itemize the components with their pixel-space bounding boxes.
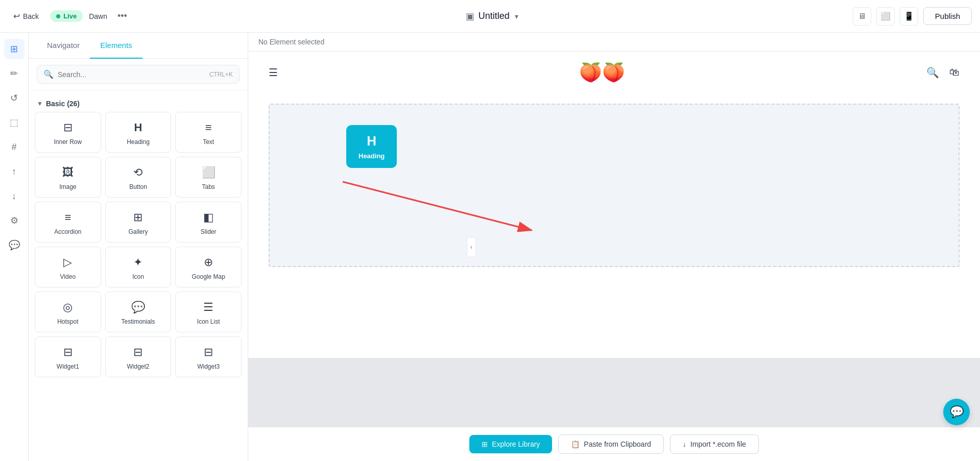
rail-grid[interactable]: # [4, 137, 25, 157]
search-input[interactable] [58, 70, 205, 79]
cart-icon: 🛍 [949, 66, 960, 79]
search-box: 🔍 CTRL+K [37, 65, 240, 84]
desktop-view-button[interactable]: 🖥 [853, 7, 871, 26]
paste-clipboard-button[interactable]: 📋 Paste from Clipboard [558, 434, 664, 454]
element-slider[interactable]: ◧ Slider [175, 202, 242, 242]
element-accordion[interactable]: ≡ Accordion [35, 202, 101, 242]
nav-icons: 🔍 🛍 [926, 66, 960, 79]
element-widget2[interactable]: ⊟ Widget2 [105, 336, 172, 377]
element-google-map[interactable]: ⊕ Google Map [175, 247, 242, 287]
more-button[interactable]: ••• [113, 9, 131, 23]
tab-elements[interactable]: Elements [90, 33, 142, 59]
chat-bubble-icon: 💬 [950, 405, 964, 419]
back-label: Back [23, 12, 39, 20]
heading-block[interactable]: H Heading [346, 125, 397, 168]
element-button-label: Button [129, 183, 147, 190]
page-title-chevron-icon[interactable]: ▾ [515, 12, 518, 20]
icon-icon: ✦ [133, 256, 142, 269]
no-element-label: No Element selected [258, 38, 324, 46]
element-icon-label: Icon [132, 273, 144, 280]
element-accordion-label: Accordion [54, 228, 81, 235]
canvas-page: ☰ 🍑🍑 🔍 🛍 H Heading [248, 52, 980, 358]
rail-download[interactable]: ↓ [4, 186, 25, 206]
element-tabs-label: Tabs [202, 183, 214, 190]
design-icon: ✏ [10, 68, 18, 79]
search-nav-icon: 🔍 [926, 66, 939, 79]
tablet-icon: ⬜ [880, 11, 891, 21]
element-inner-row-label: Inner Row [54, 138, 82, 145]
explore-library-button[interactable]: ⊞ Explore Library [469, 435, 552, 453]
panel-collapse-button[interactable]: ‹ [467, 237, 476, 257]
slider-icon: ◧ [203, 211, 214, 224]
icon-rail: ⊞ ✏ ↺ ⬚ # ↑ ↓ ⚙ 💬 [0, 33, 29, 461]
element-video-label: Video [60, 273, 76, 280]
rail-chat[interactable]: 💬 [4, 235, 25, 255]
layout-icon: ⬚ [10, 117, 18, 128]
element-inner-row[interactable]: ⊟ Inner Row [35, 112, 101, 153]
element-widget3[interactable]: ⊟ Widget3 [175, 336, 242, 377]
element-button[interactable]: ⟲ Button [105, 157, 172, 198]
tab-navigator[interactable]: Navigator [37, 33, 90, 59]
element-image[interactable]: 🖼 Image [35, 157, 101, 198]
google-map-icon: ⊕ [204, 256, 213, 269]
settings-icon: ⚙ [10, 215, 18, 226]
topbar: ↩ Back Live Dawn ••• ▣ Untitled ▾ 🖥 ⬜ 📱 … [0, 0, 980, 33]
element-google-map-label: Google Map [192, 273, 225, 280]
rail-elements[interactable]: ⊞ [4, 39, 25, 59]
canvas-topbar: No Element selected [248, 33, 980, 52]
element-tabs[interactable]: ⬜ Tabs [175, 157, 242, 198]
element-heading-label: Heading [127, 138, 150, 145]
element-video[interactable]: ▷ Video [35, 247, 101, 287]
element-icon[interactable]: ✦ Icon [105, 247, 172, 287]
tabs-icon: ⬜ [202, 166, 216, 179]
element-widget1[interactable]: ⊟ Widget1 [35, 336, 101, 377]
rail-upload[interactable]: ↑ [4, 161, 25, 182]
inner-row-icon: ⊟ [63, 121, 73, 134]
canvas-area: No Element selected ☰ 🍑🍑 🔍 🛍 [248, 33, 980, 461]
desktop-icon: 🖥 [858, 12, 866, 21]
page-nav: ☰ 🍑🍑 🔍 🛍 [248, 52, 980, 93]
publish-button[interactable]: Publish [923, 7, 972, 25]
live-badge: Live [50, 10, 83, 22]
chat-icon: 💬 [9, 239, 20, 251]
button-icon: ⟲ [133, 166, 142, 179]
grid-icon: # [11, 142, 16, 153]
element-heading[interactable]: H Heading [105, 112, 172, 153]
rail-layout[interactable]: ⬚ [4, 112, 25, 133]
element-hotspot[interactable]: ◎ Hotspot [35, 292, 101, 332]
element-text-label: Text [203, 138, 214, 145]
rail-design[interactable]: ✏ [4, 63, 25, 84]
video-icon: ▷ [63, 256, 72, 269]
image-icon: 🖼 [62, 166, 74, 179]
element-gallery[interactable]: ⊞ Gallery [105, 202, 172, 242]
import-icon: ↓ [683, 440, 686, 448]
chat-bubble-button[interactable]: 💬 [943, 399, 970, 425]
drop-zone[interactable]: H Heading [269, 104, 960, 267]
import-ecom-button[interactable]: ↓ Import *.ecom file [670, 434, 759, 454]
widget3-icon: ⊟ [204, 346, 213, 359]
element-image-label: Image [59, 183, 76, 190]
rail-history[interactable]: ↺ [4, 88, 25, 108]
section-chevron-icon: ▼ [37, 100, 43, 107]
element-slider-label: Slider [201, 228, 217, 235]
element-testimonials[interactable]: 💬 Testimonials [105, 292, 172, 332]
live-label: Live [63, 12, 77, 20]
widget1-icon: ⊟ [63, 346, 73, 359]
element-widget3-label: Widget3 [197, 363, 220, 370]
element-icon-list[interactable]: ☰ Icon List [175, 292, 242, 332]
nav-hamburger-icon: ☰ [269, 66, 278, 79]
element-text[interactable]: ≡ Text [175, 112, 242, 153]
element-testimonials-label: Testimonials [121, 318, 155, 325]
mobile-view-button[interactable]: 📱 [900, 7, 918, 26]
section-basic[interactable]: ▼ Basic (26) [35, 94, 242, 112]
mobile-icon: 📱 [904, 11, 914, 21]
tablet-view-button[interactable]: ⬜ [876, 7, 895, 26]
element-gallery-label: Gallery [128, 228, 148, 235]
rail-settings[interactable]: ⚙ [4, 210, 25, 231]
page-title: Untitled [479, 11, 510, 21]
back-button[interactable]: ↩ Back [8, 8, 44, 24]
element-widget1-label: Widget1 [57, 363, 79, 370]
live-dot [56, 14, 60, 18]
hotspot-icon: ◎ [63, 301, 73, 314]
canvas-scroll[interactable]: ☰ 🍑🍑 🔍 🛍 H Heading [248, 52, 980, 461]
